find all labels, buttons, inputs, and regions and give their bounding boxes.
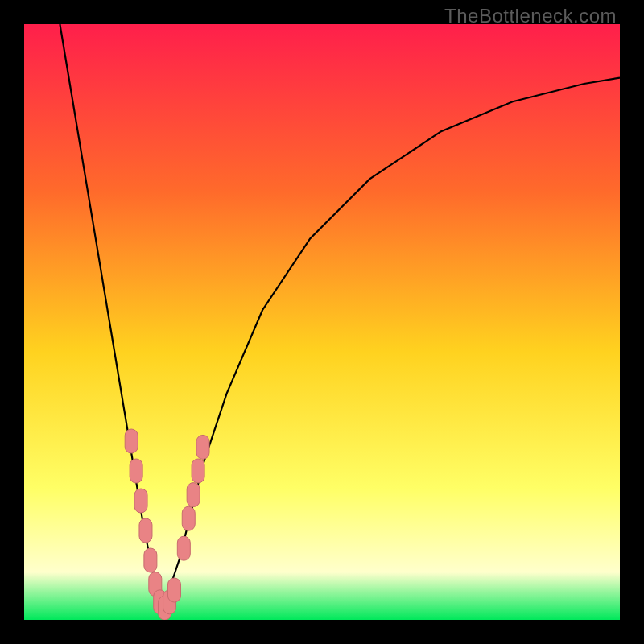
curve-marker xyxy=(144,548,157,572)
plot-svg xyxy=(24,24,620,620)
plot-frame xyxy=(24,24,620,620)
curve-marker xyxy=(167,578,180,602)
curve-marker xyxy=(182,506,195,530)
curve-marker xyxy=(134,489,147,513)
curve-marker xyxy=(130,459,142,483)
curve-marker xyxy=(196,435,209,459)
gradient-background xyxy=(24,24,620,620)
curve-marker xyxy=(187,483,200,507)
curve-marker xyxy=(125,429,138,453)
watermark-text: TheBottleneck.com xyxy=(444,5,617,27)
curve-marker xyxy=(139,518,152,543)
curve-marker xyxy=(177,536,190,560)
curve-marker xyxy=(192,459,204,483)
